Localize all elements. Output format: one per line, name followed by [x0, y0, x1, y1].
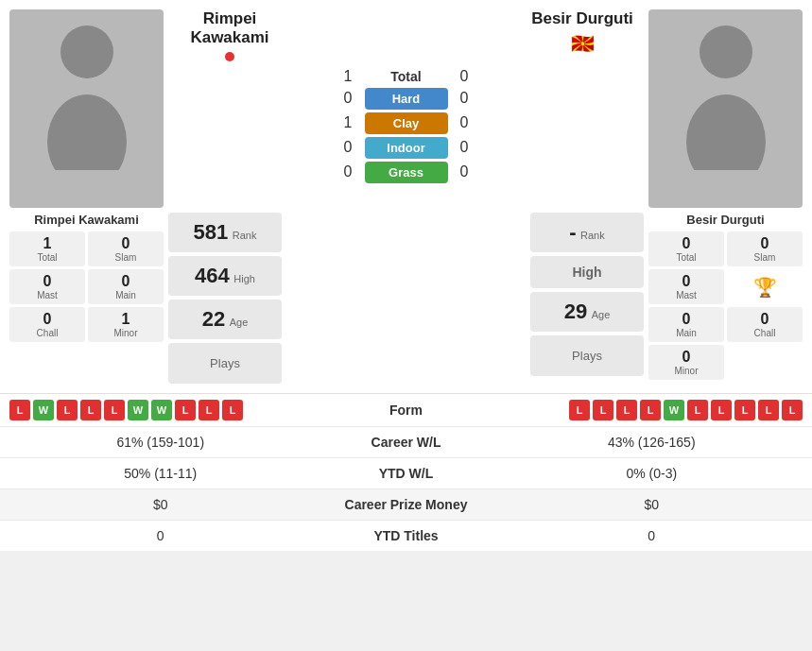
left-rank-box: 581 Rank	[168, 213, 282, 252]
left-mast-box: 0 Mast	[9, 269, 85, 304]
scores-and-surfaces: 1 Total 0 0 Hard 0 1 Clay 0	[168, 68, 644, 183]
form-badge-l: L	[640, 400, 661, 420]
left-cstats-col: 581 Rank 464 High 22 Age Plays	[168, 213, 282, 384]
svg-point-3	[686, 94, 766, 170]
right-stat-grid: 0 Total 0 Slam 0 Mast 🏆 0	[648, 231, 803, 380]
svg-point-2	[700, 26, 752, 78]
left-minor-label: Minor	[113, 328, 137, 338]
right-high-val: High	[572, 265, 601, 280]
right-trophy-cell: 🏆	[727, 269, 803, 304]
right-main-val: 0	[682, 311, 691, 328]
form-badge-w: W	[664, 400, 684, 420]
left-player-photo	[9, 9, 164, 208]
clay-label: Clay	[365, 112, 448, 134]
grass-score-right: 0	[448, 163, 481, 180]
right-rank-label: Rank	[580, 230, 605, 241]
left-chall-box: 0 Chall	[9, 307, 85, 342]
right-name-block: Besir Durguti 🇲🇰	[521, 9, 644, 61]
form-badge-l: L	[199, 400, 219, 420]
left-age-box: 22 Age	[168, 300, 282, 339]
center-main-col: 581 Rank 464 High 22 Age Plays	[168, 213, 644, 384]
left-slam-val: 0	[122, 235, 130, 252]
left-chall-val: 0	[43, 311, 52, 328]
grass-score-left: 0	[332, 163, 365, 180]
ytd-wl-row: 50% (11-11) YTD W/L 0% (0-3)	[0, 457, 812, 488]
left-player-avatar-svg	[40, 19, 134, 170]
left-plays-box: Plays	[168, 343, 282, 384]
names-and-scores-row: Rimpei Kawakami Besir Durguti 🇲🇰	[9, 9, 803, 208]
right-player-stats-col: Besir Durguti 0 Total 0 Slam 0 Mast	[648, 213, 803, 384]
right-cstats-col: - Rank High 29 Age Plays	[530, 213, 644, 384]
left-age-val: 22	[202, 307, 225, 331]
right-minor2-box: 0 Minor	[648, 345, 724, 380]
career-prize-left: $0	[9, 497, 312, 512]
right-minor-val: 0	[682, 349, 691, 366]
hard-score-left: 0	[332, 90, 365, 107]
form-badge-l: L	[104, 400, 125, 420]
form-badge-l: L	[569, 400, 590, 420]
right-total-label: Total	[676, 252, 696, 263]
right-rank-box: - Rank	[530, 213, 644, 252]
right-slam-box: 0 Slam	[727, 231, 803, 266]
right-total-val: 0	[682, 235, 691, 252]
form-badge-l: L	[711, 400, 732, 420]
career-prize-right: $0	[501, 497, 803, 512]
left-stat-grid: 1 Total 0 Slam 0 Mast 0 Main	[9, 231, 164, 342]
right-trophy-icon: 🏆	[753, 276, 777, 299]
right-chall-label: Chall	[754, 328, 776, 338]
form-badge-l: L	[593, 400, 613, 420]
ytd-titles-row: 0 YTD Titles 0	[0, 520, 812, 551]
right-high-box: High	[530, 256, 644, 288]
right-minor-label: Minor	[674, 366, 698, 376]
career-prize-label: Career Prize Money	[312, 497, 501, 512]
ytd-wl-label: YTD W/L	[312, 466, 501, 481]
form-right: LLLLWLLLLL	[444, 400, 803, 420]
clay-score-right: 0	[448, 114, 481, 131]
left-mast-val: 0	[43, 273, 52, 290]
total-score-left: 1	[332, 68, 365, 85]
left-total-val: 1	[43, 235, 52, 252]
top-area: Rimpei Kawakami Besir Durguti 🇲🇰	[0, 0, 812, 393]
left-high-label: High	[233, 273, 255, 284]
form-badge-l: L	[782, 400, 803, 420]
form-label: Form	[369, 403, 444, 418]
right-player-name: Besir Durguti	[521, 9, 644, 28]
form-badge-l: L	[57, 400, 78, 420]
left-slam-label: Slam	[115, 252, 137, 263]
left-minor-val: 1	[122, 311, 130, 328]
names-row: Rimpei Kawakami Besir Durguti 🇲🇰	[168, 9, 644, 61]
right-slam-label: Slam	[754, 252, 776, 263]
right-main-label: Main	[676, 328, 697, 338]
left-name-block: Rimpei Kawakami	[168, 9, 291, 61]
form-badge-l: L	[758, 400, 779, 420]
right-main-box: 0 Main	[648, 307, 724, 342]
ytd-wl-right: 0% (0-3)	[501, 466, 803, 481]
right-mast-label: Mast	[676, 290, 697, 300]
right-mast-box: 0 Mast	[648, 269, 724, 304]
total-label: Total	[365, 69, 448, 84]
clay-score-left: 1	[332, 114, 365, 131]
form-badge-l: L	[734, 400, 755, 420]
left-player-dot	[225, 52, 234, 61]
left-mast-label: Mast	[37, 290, 58, 300]
ytd-titles-right: 0	[501, 528, 803, 543]
left-player-stats-col: Rimpei Kawakami 1 Total 0 Slam 0 Mast	[9, 213, 164, 384]
clay-row: 1 Clay 0	[168, 112, 644, 134]
grass-row: 0 Grass 0	[168, 162, 644, 183]
indoor-score-right: 0	[448, 139, 481, 156]
indoor-row: 0 Indoor 0	[168, 137, 644, 159]
right-total-box: 0 Total	[648, 231, 724, 266]
left-chall-label: Chall	[37, 328, 59, 338]
main-container: Rimpei Kawakami Besir Durguti 🇲🇰	[0, 0, 812, 551]
career-wl-row: 61% (159-101) Career W/L 43% (126-165)	[0, 426, 812, 457]
indoor-score-left: 0	[332, 139, 365, 156]
hard-label: Hard	[365, 88, 448, 110]
left-player-name-small: Rimpei Kawakami	[9, 213, 164, 227]
bottom-detail-row: Rimpei Kawakami 1 Total 0 Slam 0 Mast	[9, 213, 803, 384]
hard-row: 0 Hard 0	[168, 88, 644, 110]
hard-score-right: 0	[448, 90, 481, 107]
left-rank-val: 581	[194, 220, 229, 244]
right-player-avatar-svg	[679, 19, 773, 170]
form-badge-w: W	[151, 400, 172, 420]
left-main-box: 0 Main	[88, 269, 164, 304]
